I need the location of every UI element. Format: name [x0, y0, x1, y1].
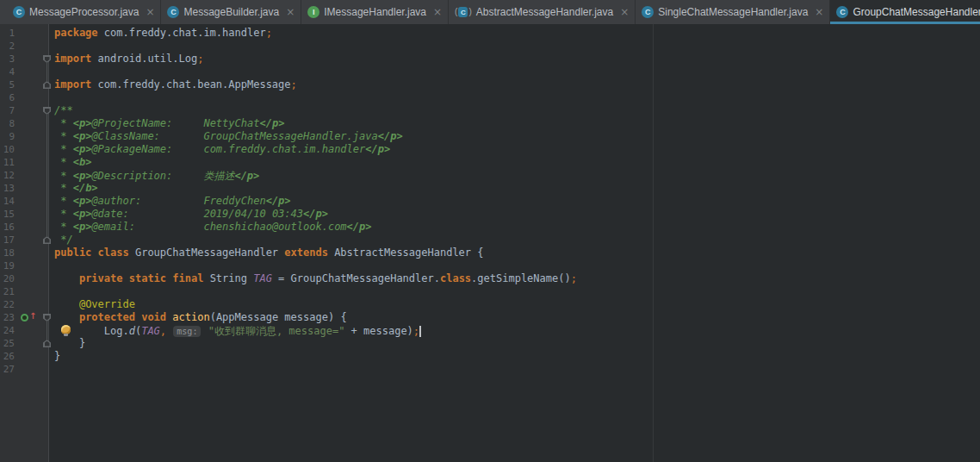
line-number[interactable]: 22 — [0, 298, 15, 311]
code-text: * <p>@ProjectName: NettyChat</p> — [54, 117, 284, 130]
editor-line-18[interactable]: 18public class GroupChatMessageHandler e… — [0, 247, 980, 259]
editor-line-17[interactable]: 17 */ — [0, 234, 980, 247]
code-segment: ; — [291, 78, 297, 91]
editor-line-10[interactable]: 10 * <p>@PackageName: com.freddy.chat.im… — [0, 143, 980, 156]
line-number[interactable]: 24 — [0, 324, 15, 337]
editor-line-11[interactable]: 11 * <b> — [0, 156, 980, 169]
code-text: package com.freddy.chat.im.handler; — [54, 27, 272, 40]
editor-line-23[interactable]: 23↑ protected void action(AppMessage mes… — [0, 311, 980, 324]
line-number[interactable]: 16 — [0, 221, 15, 234]
tab-singlechatmessagehandler-java[interactable]: CSingleChatMessageHandler.java× — [636, 0, 830, 24]
editor-line-27[interactable]: 27 — [0, 363, 980, 376]
tab-messagebuilder-java[interactable]: CMessageBuilder.java× — [161, 0, 301, 24]
code-segment: </p> — [378, 130, 403, 142]
code-segment: <p> — [73, 208, 92, 220]
code-segment: ; — [413, 325, 419, 337]
line-number[interactable]: 25 — [0, 337, 15, 350]
editor-line-9[interactable]: 9 * <p>@ClassName: GroupChatMessageHandl… — [0, 130, 980, 143]
editor-line-7[interactable]: 7/** — [0, 104, 980, 117]
line-number[interactable]: 7 — [0, 104, 15, 117]
editor-line-1[interactable]: 1package com.freddy.chat.im.handler; — [0, 27, 980, 40]
line-number[interactable]: 12 — [0, 169, 15, 182]
line-number[interactable]: 9 — [0, 130, 15, 143]
editor-line-24[interactable]: 24 Log.d(TAG, msg: "收到群聊消息, message=" + … — [0, 324, 980, 337]
text-caret — [419, 326, 421, 337]
code-segment: com.freddy.chat.im.handler — [98, 27, 266, 39]
editor[interactable]: 1package com.freddy.chat.im.handler;23im… — [0, 24, 980, 462]
editor-line-15[interactable]: 15 * <p>@date: 2019/04/10 03:43</p> — [0, 208, 980, 221]
tab-close-icon[interactable]: × — [286, 7, 295, 17]
line-number[interactable]: 23 — [0, 311, 15, 324]
line-number[interactable]: 20 — [0, 272, 15, 285]
editor-line-19[interactable]: 19 — [0, 259, 980, 272]
line-number[interactable]: 18 — [0, 247, 15, 259]
tab-abstractmessagehandler-java[interactable]: (C)AbstractMessageHandler.java× — [449, 0, 636, 24]
code-text: * <p>@author: FreddyChen</p> — [54, 195, 291, 208]
code-text: * <p>@PackageName: com.freddy.chat.im.ha… — [54, 143, 390, 156]
tab-close-icon[interactable]: × — [815, 7, 823, 17]
line-number[interactable]: 14 — [0, 195, 15, 208]
line-number[interactable]: 11 — [0, 156, 15, 169]
fold-marker-bottom[interactable] — [43, 340, 51, 347]
editor-line-26[interactable]: 26} — [0, 350, 980, 363]
editor-line-5[interactable]: 5import com.freddy.chat.bean.AppMessage; — [0, 78, 980, 91]
line-number[interactable]: 27 — [0, 363, 15, 376]
editor-line-25[interactable]: 25 } — [0, 337, 980, 350]
editor-line-3[interactable]: 3import android.util.Log; — [0, 53, 980, 66]
abstract-class-icon: (C) — [455, 7, 472, 17]
tab-close-icon[interactable]: × — [146, 7, 154, 17]
tab-close-icon[interactable]: × — [433, 7, 442, 17]
line-number[interactable]: 6 — [0, 91, 15, 104]
editor-line-16[interactable]: 16 * <p>@email: chenshichao@outlook.com<… — [0, 221, 980, 234]
editor-line-14[interactable]: 14 * <p>@author: FreddyChen</p> — [0, 195, 980, 208]
editor-line-12[interactable]: 12 * <p>@Description: 类描述</p> — [0, 169, 980, 182]
fold-marker-bottom[interactable] — [43, 236, 51, 244]
code-text: import android.util.Log; — [54, 53, 203, 66]
fold-marker-bottom[interactable] — [43, 81, 51, 89]
line-number[interactable]: 8 — [0, 117, 15, 130]
code-segment: @ClassName: GroupChatMessageHandler.java — [91, 130, 377, 142]
line-number[interactable]: 10 — [0, 143, 15, 156]
line-number[interactable]: 21 — [0, 285, 15, 298]
line-number[interactable]: 4 — [0, 66, 15, 78]
editor-line-21[interactable]: 21 — [0, 285, 980, 298]
code-text: } — [54, 350, 60, 363]
line-number[interactable]: 13 — [0, 182, 15, 195]
code-segment: public class — [54, 247, 129, 259]
code-segment: TAG — [253, 272, 272, 284]
line-number[interactable]: 1 — [0, 27, 15, 40]
line-number[interactable]: 26 — [0, 350, 15, 363]
code-segment: action — [172, 311, 209, 323]
editor-line-20[interactable]: 20 private static final String TAG = Gro… — [0, 272, 980, 285]
code-segment: </p> — [347, 221, 372, 233]
tab-imessagehandler-java[interactable]: IIMessageHandler.java× — [301, 0, 449, 24]
tab-groupchatmessagehandler-java[interactable]: CGroupChatMessageHandler.java× — [830, 0, 980, 24]
code-text: * <p>@ClassName: GroupChatMessageHandler… — [54, 130, 403, 143]
class-icon: C — [13, 6, 25, 18]
editor-line-22[interactable]: 22 @Override — [0, 298, 980, 311]
code-segment: ; — [197, 53, 203, 65]
line-number[interactable]: 3 — [0, 53, 15, 66]
line-number[interactable]: 2 — [0, 40, 15, 53]
code-text: * <p>@email: chenshichao@outlook.com</p> — [54, 221, 372, 234]
code-text: import com.freddy.chat.bean.AppMessage; — [54, 78, 297, 91]
line-number[interactable]: 15 — [0, 208, 15, 221]
tab-messageprocessor-java[interactable]: CMessageProcessor.java× — [7, 0, 161, 24]
tab-close-icon[interactable]: × — [620, 7, 629, 17]
editor-line-6[interactable]: 6 — [0, 91, 980, 104]
code-segment — [54, 298, 79, 310]
line-number[interactable]: 19 — [0, 259, 15, 272]
overrides-gutter-icon[interactable]: ↑ — [21, 313, 36, 322]
code-segment: @Override — [79, 298, 135, 310]
param-hint: msg: — [173, 326, 201, 337]
fold-connector-line — [47, 62, 47, 82]
editor-line-13[interactable]: 13 * </b> — [0, 182, 980, 195]
line-number[interactable]: 5 — [0, 78, 15, 91]
editor-tab-bar: CMessageProcessor.java×CMessageBuilder.j… — [0, 0, 980, 24]
code-text: } — [54, 337, 85, 350]
line-number[interactable]: 17 — [0, 234, 15, 247]
editor-line-2[interactable]: 2 — [0, 40, 980, 53]
editor-line-4[interactable]: 4 — [0, 66, 980, 78]
code-text: * <p>@Description: 类描述</p> — [54, 169, 259, 182]
editor-line-8[interactable]: 8 * <p>@ProjectName: NettyChat</p> — [0, 117, 980, 130]
